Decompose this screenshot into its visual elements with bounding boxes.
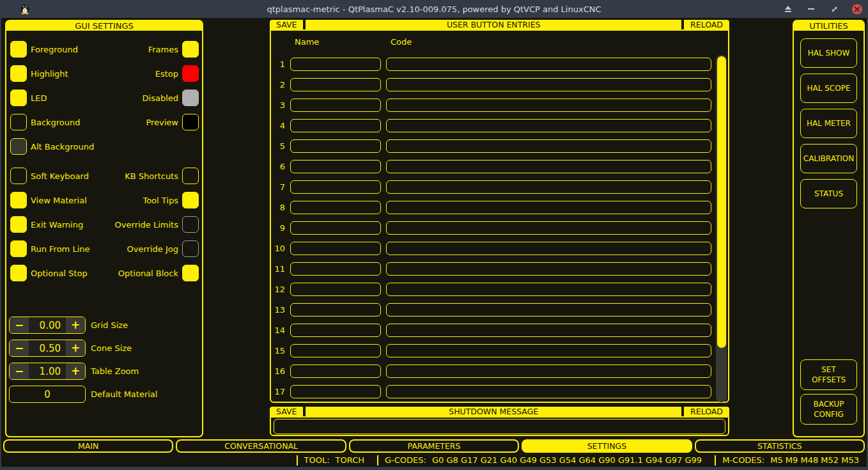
scrollbar-thumb[interactable]	[717, 56, 726, 348]
user-button-code-input[interactable]	[386, 262, 711, 276]
set-offsets-button[interactable]: SET OFFSETS	[800, 359, 857, 390]
alt-background-swatch[interactable]	[10, 138, 27, 155]
estop-swatch[interactable]	[182, 65, 199, 82]
user-button-code-input[interactable]	[386, 78, 711, 91]
grid-size-value[interactable]: 0.00	[29, 317, 66, 333]
setting-left: Exit Warning	[10, 216, 83, 233]
shutdown-message-title: SHUTDOWN MESSAGE	[306, 407, 681, 416]
user-button-name-input[interactable]	[290, 283, 381, 296]
user-button-code-input[interactable]	[386, 139, 711, 153]
scrollbar-track[interactable]	[716, 55, 727, 402]
shutdown-reload-button[interactable]: RELOAD	[684, 407, 729, 416]
user-button-code-input[interactable]	[386, 221, 711, 235]
frames-swatch[interactable]	[182, 41, 199, 58]
shade-icon[interactable]	[782, 3, 794, 15]
user-button-name-input[interactable]	[290, 58, 381, 71]
preview-swatch[interactable]	[182, 114, 199, 130]
user-button-name-input[interactable]	[290, 201, 381, 214]
hal-scope-button[interactable]: HAL SCOPE	[800, 74, 857, 103]
user-button-row: 10	[274, 238, 728, 258]
calibration-button[interactable]: CALIBRATION	[800, 144, 857, 173]
user-button-rows: 1234567891011121314151617	[274, 54, 728, 402]
user-button-name-input[interactable]	[290, 303, 381, 317]
user-button-code-input[interactable]	[386, 180, 711, 194]
increment-button[interactable]: +	[66, 317, 85, 333]
user-button-code-input[interactable]	[386, 160, 711, 173]
color-setting-rows: ForegroundFramesHighlightEstopLEDDisable…	[6, 37, 202, 159]
override-limits-swatch[interactable]	[182, 216, 199, 233]
kb-shortcuts-swatch[interactable]	[182, 168, 199, 184]
user-button-code-input[interactable]	[386, 58, 711, 71]
user-button-code-input[interactable]	[386, 242, 711, 255]
foreground-swatch[interactable]	[10, 41, 27, 58]
optional-block-swatch[interactable]	[182, 265, 199, 281]
default-material-label: Default Material	[91, 389, 157, 399]
setting-left: Foreground	[10, 41, 78, 58]
run-from-line-swatch[interactable]	[10, 240, 27, 257]
cone-size-value[interactable]: 0.50	[29, 340, 66, 356]
hal-meter-button[interactable]: HAL METER	[800, 109, 857, 138]
user-button-code-input[interactable]	[386, 283, 711, 296]
row-number: 10	[274, 244, 285, 253]
disabled-swatch[interactable]	[182, 90, 199, 106]
user-button-code-input[interactable]	[386, 385, 711, 398]
user-button-name-input[interactable]	[290, 385, 381, 398]
table-zoom-value[interactable]: 1.00	[29, 363, 66, 379]
user-button-code-input[interactable]	[386, 303, 711, 317]
soft-keyboard-swatch[interactable]	[10, 168, 27, 184]
minimize-icon[interactable]	[805, 3, 817, 15]
user-button-name-input[interactable]	[290, 180, 381, 194]
user-buttons-title: USER BUTTON ENTRIES	[306, 20, 681, 29]
shutdown-message-input[interactable]	[274, 419, 725, 434]
backup-config-button[interactable]: BACKUP CONFIG	[800, 394, 857, 425]
user-button-code-input[interactable]	[386, 98, 711, 112]
view-material-swatch[interactable]	[10, 192, 27, 208]
tab-statistics[interactable]: STATISTICS	[695, 439, 865, 453]
led-swatch[interactable]	[10, 90, 27, 106]
grid-size-label: Grid Size	[91, 320, 128, 330]
hal-show-button[interactable]: HAL SHOW	[800, 38, 857, 68]
user-button-name-input[interactable]	[290, 364, 381, 378]
background-swatch[interactable]	[10, 114, 27, 130]
user-button-name-input[interactable]	[290, 242, 381, 255]
user-button-name-input[interactable]	[290, 98, 381, 112]
main-content: GUI SETTINGS ForegroundFramesHighlightEs…	[1, 18, 867, 467]
highlight-swatch[interactable]	[10, 65, 27, 82]
exit-warning-label: Exit Warning	[31, 220, 83, 230]
default-material-input[interactable]: 0	[9, 386, 86, 403]
tool-tips-swatch[interactable]	[182, 192, 199, 208]
shutdown-save-button[interactable]: SAVE	[270, 407, 303, 416]
user-button-code-input[interactable]	[386, 119, 711, 132]
user-button-name-input[interactable]	[290, 262, 381, 276]
user-button-name-input[interactable]	[290, 324, 381, 337]
tab-parameters[interactable]: PARAMETERS	[349, 439, 519, 453]
user-button-code-input[interactable]	[386, 364, 711, 378]
user-button-name-input[interactable]	[290, 221, 381, 235]
status-button[interactable]: STATUS	[800, 179, 857, 208]
increment-button[interactable]: +	[66, 340, 85, 356]
user-button-code-input[interactable]	[386, 324, 711, 337]
user-button-code-input[interactable]	[386, 201, 711, 214]
tab-conversational[interactable]: CONVERSATIONAL	[176, 439, 346, 453]
tab-settings[interactable]: SETTINGS	[522, 439, 692, 453]
user-button-name-input[interactable]	[290, 78, 381, 91]
user-button-name-input[interactable]	[290, 119, 381, 132]
utilities-header: UTILITIES	[794, 21, 864, 31]
increment-button[interactable]: +	[66, 363, 85, 379]
user-buttons-reload-button[interactable]: RELOAD	[684, 20, 729, 29]
user-button-name-input[interactable]	[290, 344, 381, 357]
maximize-icon[interactable]	[828, 3, 840, 15]
decrement-button[interactable]: −	[10, 340, 29, 356]
decrement-button[interactable]: −	[10, 363, 29, 379]
override-jog-swatch[interactable]	[182, 240, 199, 257]
close-icon[interactable]	[851, 3, 863, 15]
exit-warning-swatch[interactable]	[10, 216, 27, 233]
tab-main[interactable]: MAIN	[3, 439, 173, 453]
user-button-name-input[interactable]	[290, 139, 381, 153]
decrement-button[interactable]: −	[10, 317, 29, 333]
user-button-code-input[interactable]	[386, 344, 711, 357]
optional-stop-swatch[interactable]	[10, 265, 27, 281]
user-buttons-save-button[interactable]: SAVE	[270, 20, 303, 29]
user-button-name-input[interactable]	[290, 160, 381, 173]
tool-label: TOOL:	[304, 455, 330, 465]
